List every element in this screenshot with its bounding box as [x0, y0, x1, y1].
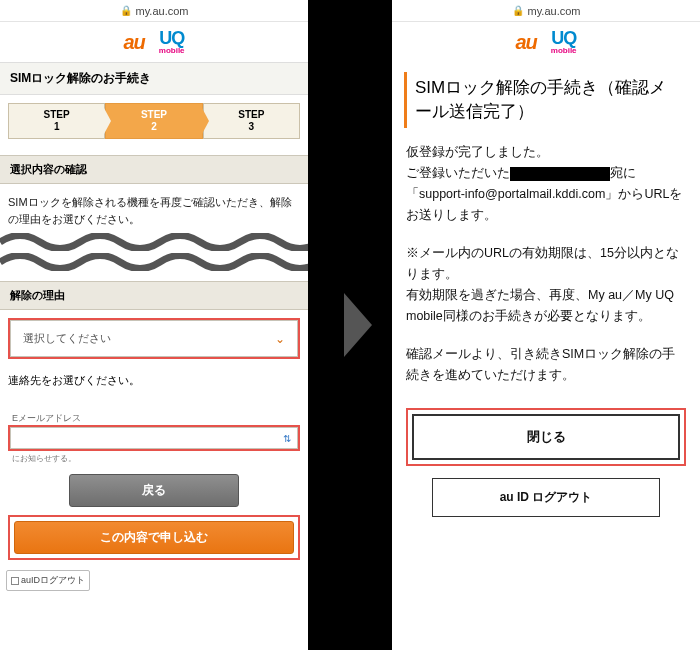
submit-button[interactable]: この内容で申し込む [14, 521, 294, 554]
redacted-email [510, 167, 610, 181]
au-logo: au [123, 31, 144, 54]
uq-mobile-logo: UQ mobile [551, 29, 577, 55]
contact-label: 連絡先をお選びください。 [0, 367, 308, 394]
chevron-down-icon: ⌄ [275, 332, 285, 346]
step-3: STEP 3 [203, 103, 300, 139]
section-reason-header: 解除の理由 [0, 281, 308, 310]
section-confirm-header: 選択内容の確認 [0, 155, 308, 184]
close-button[interactable]: 閉じる [412, 414, 680, 460]
confirmation-body: 仮登録が完了しました。 ご登録いただいた宛に「support-info@port… [392, 142, 700, 387]
brand-logos: au UQ mobile [0, 22, 308, 62]
reason-select[interactable]: 選択してください ⌄ [8, 318, 300, 359]
back-button[interactable]: 戻る [69, 474, 239, 507]
auid-logout-mini-button[interactable]: auIDログアウト [6, 570, 90, 591]
page-title: SIMロック解除のお手続き [0, 62, 308, 95]
lock-icon: 🔒 [512, 5, 524, 16]
email-hint: にお知らせする。 [0, 451, 308, 466]
email-select[interactable]: ⇅ [10, 427, 298, 449]
content-omitted-wave [0, 233, 308, 273]
au-logo: au [515, 31, 536, 54]
email-field-label: Eメールアドレス [8, 412, 300, 425]
updown-icon: ⇅ [283, 433, 291, 444]
screen-confirmation-sent: 🔒 my.au.com au UQ mobile SIMロック解除の手続き（確認… [392, 0, 700, 650]
screen-sim-unlock-form: 🔒 my.au.com au UQ mobile SIMロック解除のお手続き S… [0, 0, 308, 650]
transition-arrow [308, 0, 392, 650]
reason-select-placeholder: 選択してください [23, 331, 111, 346]
url: my.au.com [528, 5, 581, 17]
confirm-description: SIMロックを解除される機種を再度ご確認いただき、解除の理由をお選びください。 [0, 184, 308, 229]
uq-mobile-logo: UQ mobile [159, 29, 185, 55]
step-indicator: STEP 1 STEP 2 STEP 3 [0, 95, 308, 147]
address-bar: 🔒 my.au.com [392, 0, 700, 22]
logout-icon [11, 577, 19, 585]
step-1: STEP 1 [8, 103, 105, 139]
arrow-right-icon [344, 293, 372, 357]
auid-logout-button[interactable]: au ID ログアウト [432, 478, 660, 517]
lock-icon: 🔒 [120, 5, 132, 16]
url: my.au.com [136, 5, 189, 17]
step-2: STEP 2 [105, 103, 202, 139]
address-bar: 🔒 my.au.com [0, 0, 308, 22]
brand-logos: au UQ mobile [392, 22, 700, 62]
page-title: SIMロック解除の手続き（確認メール送信完了） [404, 72, 688, 128]
